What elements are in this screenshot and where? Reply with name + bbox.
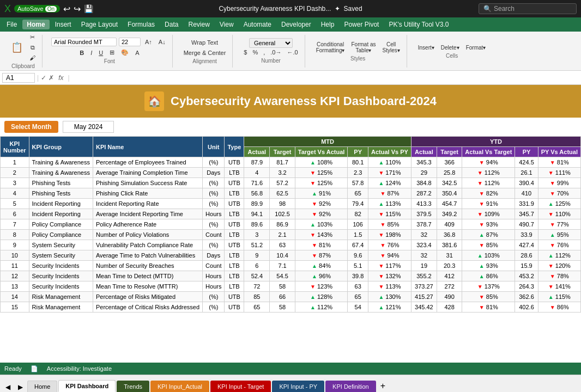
decimal-inc-button[interactable]: .0→ — [268, 48, 283, 57]
menu-utility-tool[interactable]: PK's Utility Tool V3.0 — [384, 20, 453, 29]
border-button[interactable]: ⊞ — [107, 48, 117, 57]
font-size-input[interactable] — [119, 38, 141, 46]
format-painter-button[interactable]: 🖌 — [27, 53, 38, 62]
cell-ytd-actual: 384.8 — [411, 178, 437, 188]
up-arrow-icon: ▲ — [310, 304, 316, 310]
cell-mtd-target: 98 — [270, 199, 295, 209]
home-icon[interactable]: 🏠 — [144, 91, 164, 111]
bold-button[interactable]: B — [77, 48, 86, 57]
cut-button[interactable]: ✂ — [27, 33, 38, 42]
cell-ytd-pva: ▼ 99% — [538, 178, 580, 188]
cell-mtd-avp: ▲ 121% — [368, 302, 411, 313]
formula-input[interactable] — [72, 74, 579, 82]
menu-home[interactable]: Home — [22, 20, 49, 29]
ribbon-alignment: Wrap Text Merge & Center Alignment — [177, 35, 233, 68]
menu-power-pivot[interactable]: Power Pivot — [340, 20, 383, 29]
italic-button[interactable]: I — [88, 48, 94, 57]
formula-fx-label: fx — [56, 74, 65, 82]
cell-ytd-target: 349.2 — [437, 209, 462, 219]
delete-cells-button[interactable]: Delete▾ — [439, 44, 462, 52]
menu-automate[interactable]: Automate — [239, 20, 276, 29]
autosave-badge[interactable]: AutoSave On — [14, 5, 60, 13]
font-grow-button[interactable]: A↑ — [143, 38, 154, 46]
menu-review[interactable]: Review — [184, 20, 214, 29]
number-format-select[interactable]: General — [249, 38, 293, 48]
excel-logo: X — [4, 3, 11, 15]
cell-mtd-py: 54 — [348, 302, 368, 313]
copy-button[interactable]: ⧉ — [27, 43, 38, 52]
underline-button[interactable]: U — [96, 48, 105, 57]
fill-color-button[interactable]: 🎨 — [119, 48, 131, 57]
cell-kpi-num: 2 — [1, 168, 29, 178]
down-arrow-icon: ▼ — [477, 180, 483, 186]
search-icon: 🔍 — [483, 5, 492, 13]
save-icon[interactable]: 💾 — [84, 4, 93, 13]
formula-cancel-icon[interactable]: ✗ — [49, 74, 54, 82]
font-name-input[interactable] — [51, 38, 117, 46]
redo-icon[interactable]: ↪ — [74, 4, 81, 14]
paste-button[interactable]: 📋 — [9, 40, 25, 54]
percent-button[interactable]: % — [250, 48, 260, 57]
cell-ytd-pva: ▼ 81% — [538, 157, 580, 168]
menu-insert[interactable]: Insert — [51, 20, 76, 29]
down-arrow-icon: ▼ — [550, 191, 555, 197]
down-arrow-icon: ▼ — [548, 211, 554, 217]
wrap-text-button[interactable]: Wrap Text — [189, 38, 220, 47]
menu-bar: File Home Insert Page Layout Formulas Da… — [0, 17, 581, 32]
cell-mtd-actual: 72 — [244, 281, 270, 292]
search-box[interactable]: 🔍 Search — [479, 3, 577, 14]
cell-mtd-avp: ▼ 117% — [368, 261, 411, 271]
cell-kpi-group: Incident Reporting — [29, 209, 93, 219]
cell-type: UTB — [225, 199, 244, 209]
decimal-dec-button[interactable]: ←.0 — [285, 48, 300, 57]
select-month-button[interactable]: Select Month — [4, 121, 58, 133]
cell-mtd-target: 86.9 — [270, 219, 295, 230]
cell-mtd-py: 67.4 — [348, 240, 368, 250]
format-table-button[interactable]: Format asTable▾ — [349, 40, 378, 54]
merge-center-button[interactable]: Merge & Center — [181, 48, 228, 57]
cell-mtd-avp: ▼ 87% — [368, 188, 411, 199]
font-shrink-button[interactable]: A↓ — [156, 38, 168, 46]
cell-reference-input[interactable] — [2, 73, 35, 83]
ribbon-clipboard: 📋 ✂ ⧉ 🖌 Clipboard — [4, 35, 43, 68]
up-arrow-icon: ▲ — [378, 304, 384, 310]
undo-icon[interactable]: ↩ — [63, 4, 70, 14]
menu-view[interactable]: View — [215, 20, 238, 29]
cell-mtd-py: 5.1 — [348, 261, 368, 271]
menu-page-layout[interactable]: Page Layout — [77, 20, 122, 29]
cell-unit: (%) — [203, 188, 225, 199]
cell-unit: Count — [203, 230, 225, 240]
cell-ytd-py: 264.3 — [515, 281, 538, 292]
table-row: 14 Risk Management Percentage of Risks M… — [1, 292, 581, 302]
cell-kpi-name: Phishing Simulation Success Rate — [93, 178, 202, 188]
cell-mtd-py: 65 — [348, 292, 368, 302]
col-kpi-number: KPINumber — [1, 137, 29, 157]
menu-data[interactable]: Data — [160, 20, 183, 29]
up-arrow-icon: ▲ — [378, 201, 384, 207]
insert-cells-button[interactable]: Insert▾ — [416, 44, 437, 52]
comma-button[interactable]: , — [261, 48, 267, 57]
formula-check-icon[interactable]: ✓ — [41, 74, 46, 82]
down-arrow-icon: ▼ — [378, 211, 384, 217]
up-arrow-icon: ▲ — [550, 232, 555, 238]
cell-type: UTB — [225, 219, 244, 230]
font-color-button[interactable]: A — [133, 48, 141, 57]
down-arrow-icon: ▼ — [479, 242, 485, 248]
cell-kpi-group: Security Incidents — [29, 261, 93, 271]
cell-styles-button[interactable]: CellStyles▾ — [380, 40, 402, 54]
down-arrow-icon: ▼ — [479, 201, 485, 207]
down-arrow-icon: ▼ — [479, 294, 485, 300]
currency-button[interactable]: $ — [241, 48, 249, 57]
cell-mtd-avp: ▼ 115% — [368, 209, 411, 219]
menu-formulas[interactable]: Formulas — [123, 20, 159, 29]
conditional-format-button[interactable]: ConditionalFormatting▾ — [314, 40, 347, 54]
format-cells-button[interactable]: Format▾ — [464, 44, 488, 52]
menu-help[interactable]: Help — [317, 20, 339, 29]
menu-developer[interactable]: Developer — [277, 20, 316, 29]
cell-unit: (%) — [203, 240, 225, 250]
cell-ytd-actual: 19 — [411, 261, 437, 271]
down-arrow-icon: ▼ — [550, 160, 555, 166]
menu-file[interactable]: File — [2, 20, 21, 29]
autosave-toggle[interactable]: On — [45, 6, 57, 12]
cell-ytd-actual: 415.27 — [411, 292, 437, 302]
